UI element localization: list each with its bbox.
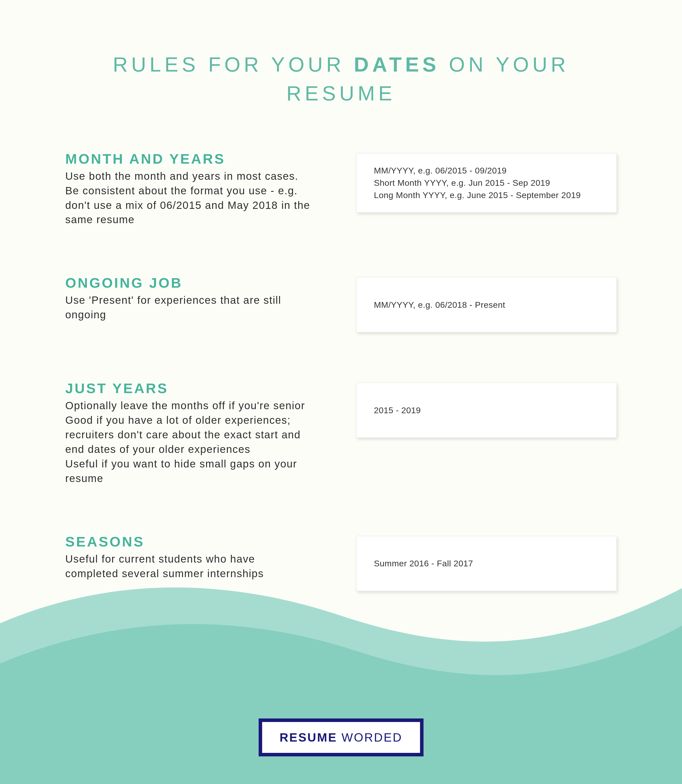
example-box: Summer 2016 - Fall 2017 (356, 536, 617, 591)
section-body: Use both the month and years in most cas… (65, 169, 311, 227)
infographic-page: RULES FOR YOUR DATES ON YOUR RESUME MONT… (0, 0, 682, 784)
example-box: 2015 - 2019 (356, 382, 617, 438)
example-box: MM/YYYY, e.g. 06/2018 - Present (356, 277, 617, 332)
section-body: Optionally leave the months off if you'r… (65, 398, 311, 486)
example-line: MM/YYYY, e.g. 06/2015 - 09/2019 (374, 164, 599, 177)
section-example: 2015 - 2019 (356, 380, 617, 438)
title-bold: DATES (354, 53, 440, 76)
example-line: MM/YYYY, e.g. 06/2018 - Present (374, 299, 599, 311)
section-ongoing-job: ONGOING JOB Use 'Present' for experience… (65, 275, 617, 332)
logo-bold: RESUME (280, 731, 337, 744)
section-heading: MONTH AND YEARS (65, 151, 326, 167)
section-example: Summer 2016 - Fall 2017 (356, 534, 617, 591)
sections-container: MONTH AND YEARS Use both the month and y… (65, 151, 617, 591)
section-heading: ONGOING JOB (65, 275, 326, 291)
example-box: MM/YYYY, e.g. 06/2015 - 09/2019 Short Mo… (356, 153, 617, 213)
section-text: SEASONS Useful for current students who … (65, 534, 326, 581)
example-line: Short Month YYYY, e.g. Jun 2015 - Sep 20… (374, 177, 599, 189)
title-line2: RESUME (287, 82, 395, 105)
logo-box: RESUME WORDED (258, 719, 424, 756)
section-example: MM/YYYY, e.g. 06/2018 - Present (356, 275, 617, 332)
logo-text: RESUME WORDED (280, 731, 402, 744)
section-text: MONTH AND YEARS Use both the month and y… (65, 151, 326, 227)
title-post: ON YOUR (440, 53, 569, 76)
section-text: JUST YEARS Optionally leave the months o… (65, 380, 326, 486)
logo-rest: WORDED (337, 731, 402, 744)
example-line: Summer 2016 - Fall 2017 (374, 557, 599, 570)
section-heading: JUST YEARS (65, 380, 326, 397)
section-body: Useful for current students who have com… (65, 552, 311, 581)
example-line: 2015 - 2019 (374, 404, 599, 416)
section-example: MM/YYYY, e.g. 06/2015 - 09/2019 Short Mo… (356, 151, 617, 213)
title-pre: RULES FOR YOUR (113, 53, 354, 76)
section-just-years: JUST YEARS Optionally leave the months o… (65, 380, 617, 486)
section-text: ONGOING JOB Use 'Present' for experience… (65, 275, 326, 322)
section-heading: SEASONS (65, 534, 326, 550)
section-body: Use 'Present' for experiences that are s… (65, 293, 311, 322)
section-month-years: MONTH AND YEARS Use both the month and y… (65, 151, 617, 227)
section-seasons: SEASONS Useful for current students who … (65, 534, 617, 591)
page-title: RULES FOR YOUR DATES ON YOUR RESUME (0, 0, 682, 108)
example-line: Long Month YYYY, e.g. June 2015 - Septem… (374, 189, 599, 201)
